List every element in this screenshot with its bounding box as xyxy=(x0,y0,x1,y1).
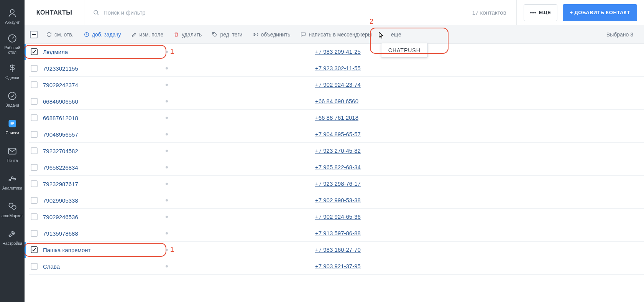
contact-phone-link[interactable]: +7 923 302-11-55 xyxy=(315,65,361,71)
dollar-icon xyxy=(7,63,18,74)
user-icon xyxy=(7,7,18,19)
svg-point-8 xyxy=(9,203,13,208)
action-more[interactable]: еще xyxy=(383,31,404,38)
sidebar-item-label: amoМаркет xyxy=(2,214,23,218)
status-dot-icon xyxy=(166,232,168,234)
contact-name[interactable]: 79232987617 xyxy=(43,181,166,187)
svg-point-0 xyxy=(10,10,14,13)
status-dot-cell xyxy=(166,232,315,234)
table-row: 79029246536 +7 902 924-65-36 xyxy=(29,209,644,225)
contact-name[interactable]: 79135978688 xyxy=(43,230,166,237)
contact-name[interactable]: 79232704582 xyxy=(43,148,166,154)
row-checkbox[interactable] xyxy=(31,65,38,72)
svg-point-5 xyxy=(9,179,10,181)
contact-phone-cell: +7 923 298-76-17 xyxy=(315,180,637,187)
table-row: 79029905338 +7 902 990-53-38 xyxy=(29,192,644,209)
sidebar-item-mail[interactable]: Почта xyxy=(0,140,25,167)
contact-name[interactable]: 79048956557 xyxy=(43,131,166,138)
contact-phone-link[interactable]: +66 84 690 6560 xyxy=(315,98,358,104)
contact-phone-link[interactable]: +66 88 761 2018 xyxy=(315,114,358,121)
table-row: 79232704582 +7 923 270-45-82 xyxy=(29,143,644,159)
merge-icon xyxy=(253,31,259,38)
sidebar-item-analytics[interactable]: Аналитика xyxy=(0,167,25,195)
select-all-checkbox[interactable] xyxy=(30,31,38,38)
sidebar-item-desktop[interactable]: Рабочий стол xyxy=(0,29,25,57)
contact-phone-cell: +7 983 209-41-25 xyxy=(315,48,637,55)
trash-icon xyxy=(173,31,179,38)
search-icon xyxy=(93,9,100,16)
status-dot-icon xyxy=(166,117,168,119)
action-change-responsible[interactable]: см. отв. xyxy=(43,25,77,43)
contact-phone-link[interactable]: +7 903 921-37-95 xyxy=(315,263,361,269)
contact-name[interactable]: 79029246536 xyxy=(43,214,166,220)
row-checkbox[interactable] xyxy=(31,230,38,237)
pencil-icon xyxy=(131,31,137,38)
contact-name[interactable]: 66887612018 xyxy=(43,115,166,121)
contacts-count: 17 контактов xyxy=(462,0,517,25)
table-row: 79232987617 +7 923 298-76-17 xyxy=(29,176,644,192)
row-checkbox[interactable] xyxy=(31,246,38,253)
search-box[interactable] xyxy=(84,0,462,25)
contact-name[interactable]: Слава xyxy=(43,263,166,270)
sidebar-item-tasks[interactable]: Задачи xyxy=(0,84,25,112)
action-write-messenger[interactable]: написать в мессенджеры xyxy=(297,25,375,43)
contact-phone-link[interactable]: +7 904 895-65-57 xyxy=(315,131,361,137)
row-checkbox[interactable] xyxy=(31,213,38,220)
contact-name[interactable]: 79233021155 xyxy=(43,65,166,72)
row-checkbox[interactable] xyxy=(31,197,38,204)
status-dot-icon xyxy=(166,84,168,86)
sidebar-item-lists[interactable]: Списки xyxy=(0,112,25,140)
contact-phone-link[interactable]: +7 923 298-76-17 xyxy=(315,180,361,187)
status-dot-cell xyxy=(166,183,315,185)
row-checkbox[interactable] xyxy=(31,81,38,88)
chat-icon xyxy=(300,31,306,38)
status-dot-icon xyxy=(166,67,168,69)
row-checkbox[interactable] xyxy=(31,180,38,187)
sidebar-item-settings[interactable]: Настройки xyxy=(0,223,25,250)
contact-phone-link[interactable]: +7 902 990-53-38 xyxy=(315,197,361,203)
row-checkbox[interactable] xyxy=(31,131,38,138)
dropdown-item-chatpush[interactable]: CHATPUSH xyxy=(388,47,421,53)
page-title: КОНТАКТЫ xyxy=(25,0,84,25)
contact-phone-cell: +7 965 822-68-34 xyxy=(315,164,637,171)
row-checkbox[interactable] xyxy=(31,263,38,270)
bulk-toolbar: см. отв. доб. задачу изм. поле удалить р… xyxy=(25,25,644,44)
more-dropdown: CHATPUSH xyxy=(381,43,428,58)
contact-name[interactable]: 79029242374 xyxy=(43,82,166,88)
table-row: Людмила +7 983 209-41-25 xyxy=(29,44,644,60)
refresh-icon xyxy=(46,31,52,38)
contact-phone-link[interactable]: +7 965 822-68-34 xyxy=(315,164,361,170)
contact-phone-link[interactable]: +7 923 270-45-82 xyxy=(315,147,361,154)
action-merge[interactable]: объединить xyxy=(250,25,294,43)
contact-name[interactable]: 66846906560 xyxy=(43,98,166,105)
row-checkbox[interactable] xyxy=(31,48,38,55)
row-checkbox[interactable] xyxy=(31,147,38,154)
sidebar-item-label: Почта xyxy=(7,158,18,163)
contacts-list: Людмила +7 983 209-41-25 79233021155 +7 … xyxy=(25,44,644,302)
add-contact-button[interactable]: + ДОБАВИТЬ КОНТАКТ xyxy=(563,4,637,21)
contact-phone-link[interactable]: +7 983 160-27-70 xyxy=(315,246,361,253)
action-edit-field[interactable]: изм. поле xyxy=(128,25,167,43)
search-input[interactable] xyxy=(104,9,219,16)
sidebar-item-label: Списки xyxy=(6,131,19,135)
contact-name[interactable]: Людмила xyxy=(43,49,166,55)
contact-phone-link[interactable]: +7 902 924-23-74 xyxy=(315,81,361,88)
sidebar-item-market[interactable]: amoМаркет xyxy=(0,195,25,223)
contact-phone-link[interactable]: +7 902 924-65-36 xyxy=(315,213,361,220)
mail-icon xyxy=(7,145,18,157)
row-checkbox[interactable] xyxy=(31,114,38,121)
gauge-icon xyxy=(7,33,18,44)
action-add-task[interactable]: доб. задачу xyxy=(80,25,124,43)
action-delete[interactable]: удалить xyxy=(170,25,205,43)
contact-phone-link[interactable]: +7 983 209-41-25 xyxy=(315,48,361,55)
contact-name[interactable]: Пашка капремонт xyxy=(43,247,166,253)
contact-name[interactable]: 79658226834 xyxy=(43,164,166,171)
sidebar-item-account[interactable]: Аккаунт xyxy=(0,2,25,29)
contact-phone-link[interactable]: +7 913 597-86-88 xyxy=(315,230,361,236)
row-checkbox[interactable] xyxy=(31,164,38,171)
more-button[interactable]: ••• ЕЩЕ xyxy=(524,4,558,21)
row-checkbox[interactable] xyxy=(31,98,38,105)
contact-name[interactable]: 79029905338 xyxy=(43,197,166,204)
action-edit-tags[interactable]: ред. теги xyxy=(209,25,245,43)
sidebar-item-deals[interactable]: Сделки xyxy=(0,57,25,84)
